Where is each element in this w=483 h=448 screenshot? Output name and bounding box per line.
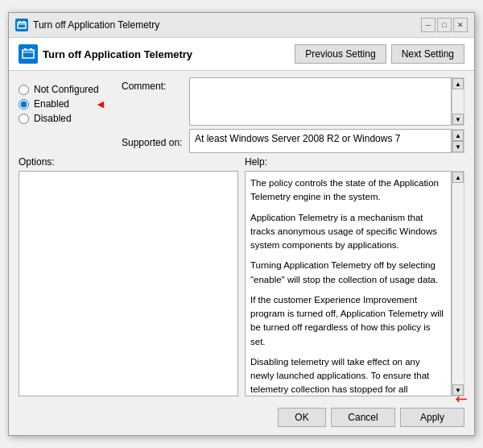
header-title: Turn off Application Telemetry — [19, 44, 192, 64]
header-buttons: Previous Setting Next Setting — [295, 44, 464, 64]
supported-label: Supported on: — [122, 134, 186, 148]
cancel-button[interactable]: Cancel — [331, 408, 395, 427]
main-window: Turn off Application Telemetry ─ □ ✕ Tur… — [8, 12, 475, 436]
right-panel: Comment: ▲ ▼ Supported on: At least — [122, 77, 464, 153]
svg-rect-4 — [23, 50, 34, 58]
disabled-radio[interactable] — [19, 114, 29, 124]
previous-setting-button[interactable]: Previous Setting — [295, 44, 386, 64]
help-section: Help: The policy controls the state of t… — [245, 156, 464, 396]
title-bar-text: Turn off Application Telemetry — [33, 19, 416, 31]
comment-scrollbar[interactable]: ▲ ▼ — [452, 77, 464, 126]
svg-rect-2 — [19, 21, 21, 23]
comment-wrapper: ▲ ▼ — [189, 77, 464, 126]
apply-wrapper: Apply ↙ — [400, 408, 464, 427]
svg-rect-0 — [18, 23, 26, 28]
options-section: Options: — [19, 156, 238, 396]
maximize-button[interactable]: □ — [437, 18, 452, 32]
comment-scroll-up[interactable]: ▲ — [452, 78, 464, 89]
help-p5: Disabling telemetry will take effect on … — [250, 355, 446, 396]
comment-textarea[interactable] — [189, 77, 452, 126]
supported-section: Supported on: At least Windows Server 20… — [122, 129, 464, 153]
supported-value: At least Windows Server 2008 R2 or Windo… — [189, 129, 452, 153]
arrow-indicator: ◄ — [95, 97, 106, 110]
supported-wrapper: At least Windows Server 2008 R2 or Windo… — [189, 129, 464, 153]
next-setting-button[interactable]: Next Setting — [391, 44, 464, 64]
svg-rect-3 — [23, 21, 25, 23]
enabled-label: Enabled — [34, 98, 69, 110]
help-scrollbar[interactable]: ▲ ▼ — [452, 171, 464, 396]
apply-button[interactable]: Apply — [400, 408, 464, 427]
minimize-button[interactable]: ─ — [421, 18, 436, 32]
help-label: Help: — [245, 156, 464, 168]
svg-rect-7 — [30, 48, 32, 50]
supported-scroll-up[interactable]: ▲ — [452, 130, 464, 141]
help-p1: The policy controls the state of the App… — [250, 176, 446, 205]
not-configured-label: Not Configured — [34, 84, 99, 95]
help-text: The policy controls the state of the App… — [250, 176, 446, 396]
header-icon — [19, 44, 38, 64]
options-box — [19, 171, 238, 396]
enabled-row: Enabled ◄ — [19, 98, 115, 110]
help-p3: Turning Application Telemetry off by sel… — [250, 259, 446, 287]
comment-section: Comment: ▲ ▼ — [122, 77, 464, 126]
help-scroll-up[interactable]: ▲ — [452, 172, 464, 183]
help-p4: If the customer Experience Improvement p… — [250, 293, 446, 349]
help-wrapper: The policy controls the state of the App… — [245, 171, 464, 396]
svg-rect-6 — [24, 48, 27, 50]
window-controls: ─ □ ✕ — [421, 18, 468, 32]
not-configured-row: Not Configured — [19, 84, 115, 95]
disabled-row: Disabled — [19, 113, 115, 124]
window-icon — [15, 19, 28, 31]
supported-scrollbar[interactable]: ▲ ▼ — [452, 129, 464, 153]
help-box: The policy controls the state of the App… — [245, 171, 452, 396]
header-title-text: Turn off Application Telemetry — [43, 48, 192, 60]
comment-label: Comment: — [122, 77, 186, 126]
not-configured-radio[interactable] — [19, 85, 29, 95]
supported-scroll-down[interactable]: ▼ — [452, 141, 464, 152]
content-area: Not Configured Enabled ◄ Disabled Commen… — [9, 71, 474, 403]
enabled-radio[interactable] — [19, 99, 29, 110]
footer-buttons: OK Cancel Apply ↙ — [9, 403, 474, 435]
header-section: Turn off Application Telemetry Previous … — [9, 38, 474, 71]
help-p2: Application Telemetry is a mechanism tha… — [250, 211, 446, 253]
close-button[interactable]: ✕ — [453, 18, 468, 32]
options-label: Options: — [19, 156, 238, 168]
title-bar: Turn off Application Telemetry ─ □ ✕ — [9, 13, 474, 38]
disabled-label: Disabled — [34, 113, 72, 124]
options-help-section: Options: Help: The policy controls the s… — [19, 156, 464, 396]
comment-scroll-down[interactable]: ▼ — [452, 114, 464, 125]
ok-button[interactable]: OK — [278, 408, 326, 427]
radio-group: Not Configured Enabled ◄ Disabled — [19, 77, 115, 153]
